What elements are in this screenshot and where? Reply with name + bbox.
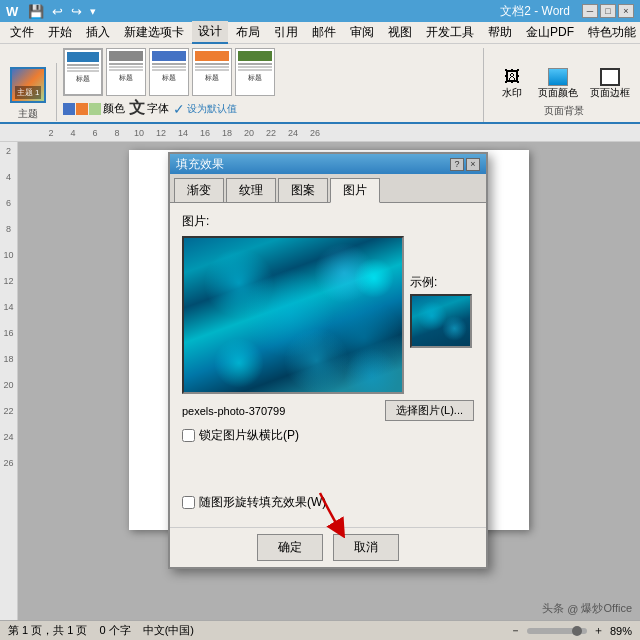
ok-btn[interactable]: 确定	[257, 534, 323, 561]
format-item-5[interactable]: 标题	[235, 48, 275, 96]
theme-preview: 主题 1	[10, 67, 46, 103]
cancel-btn[interactable]: 取消	[333, 534, 399, 561]
fmt-label-4: 标题	[195, 73, 229, 83]
dialog-close-btn[interactable]: ×	[466, 158, 480, 171]
fmt-header-2	[109, 51, 143, 61]
page-info: 第 1 页，共 1 页	[8, 623, 87, 638]
page-border-icon	[600, 68, 620, 86]
menu-dev[interactable]: 开发工具	[420, 22, 480, 43]
menu-bar: 文件 开始 插入 新建选项卡 设计 布局 引用 邮件 审阅 视图 开发工具 帮助…	[0, 22, 640, 44]
menu-references[interactable]: 引用	[268, 22, 304, 43]
dialog-help-btn[interactable]: ?	[450, 158, 464, 171]
page-color-btn[interactable]: 页面颜色	[534, 66, 582, 102]
vruler-num: 16	[3, 328, 13, 338]
quick-access-toolbar: W 💾 ↩ ↪ ▾ 文档2 - Word ─ □ ×	[0, 0, 640, 22]
ruler-content: 2 4 6 8 10 12 14 16 18 20 22 24 26	[40, 124, 640, 141]
fmt-line-8	[152, 66, 186, 68]
vruler-num: 22	[3, 406, 13, 416]
color-swatches	[63, 103, 101, 115]
dialog-title-controls: ? ×	[450, 158, 480, 171]
arrow-svg	[310, 488, 370, 538]
ribbon-design-content: 主题 1 主题 标题	[0, 44, 640, 124]
swatch-orange	[76, 103, 88, 115]
zoom-in-btn[interactable]: ＋	[593, 623, 604, 638]
vertical-ruler: 2 4 6 8 10 12 14 16 18 20 22 24 26	[0, 142, 18, 620]
zoom-slider[interactable]	[527, 628, 587, 634]
fmt-header-4	[195, 51, 229, 61]
menu-home[interactable]: 开始	[42, 22, 78, 43]
watermark-icon: 🖼	[504, 68, 520, 86]
fmt-line-12	[195, 69, 229, 71]
select-image-btn[interactable]: 选择图片(L)...	[385, 400, 474, 421]
maximize-btn[interactable]: □	[600, 4, 616, 18]
vruler-num: 6	[6, 198, 11, 208]
format-item-3[interactable]: 标题	[149, 48, 189, 96]
menu-mail[interactable]: 邮件	[306, 22, 342, 43]
qat-save[interactable]: 💾	[26, 3, 46, 20]
vruler-num: 20	[3, 380, 13, 390]
minimize-btn[interactable]: ─	[582, 4, 598, 18]
menu-help[interactable]: 帮助	[482, 22, 518, 43]
rotate-fill-checkbox[interactable]	[182, 496, 195, 509]
docformat-items: 标题 标题 标题	[63, 48, 477, 96]
swatch-blue	[63, 103, 75, 115]
fmt-label-2: 标题	[109, 73, 143, 83]
dialog-tab-gradient[interactable]: 渐变	[174, 178, 224, 202]
fmt-line-4	[109, 63, 143, 65]
horizontal-ruler: 2 4 6 8 10 12 14 16 18 20 22 24 26	[0, 124, 640, 142]
menu-file[interactable]: 文件	[4, 22, 40, 43]
color-picker-btn[interactable]: 颜色	[63, 101, 125, 116]
watermark-platform: 头条	[542, 601, 564, 616]
fmt-line-1	[67, 64, 99, 66]
image-label: 图片:	[182, 213, 474, 230]
page-border-label: 页面边框	[590, 86, 630, 100]
ribbon-background-label: 页面背景	[544, 104, 584, 118]
ruler-num: 22	[260, 128, 282, 138]
menu-kspdf[interactable]: 金山PDF	[520, 22, 580, 43]
lock-ratio-checkbox[interactable]	[182, 429, 195, 442]
ruler-num: 10	[128, 128, 150, 138]
watermark-area: 头条 @ 爆炒Office	[542, 601, 632, 616]
swatch-green	[89, 103, 101, 115]
format-item-4[interactable]: 标题	[192, 48, 232, 96]
menu-features[interactable]: 特色功能	[582, 22, 640, 43]
word-count: 0 个字	[99, 623, 130, 638]
dialog-tab-picture[interactable]: 图片	[330, 178, 380, 203]
watermark-at: @	[567, 603, 578, 615]
menu-design[interactable]: 设计	[192, 21, 228, 44]
menu-layout[interactable]: 布局	[230, 22, 266, 43]
qat-redo[interactable]: ↪	[69, 3, 84, 20]
zoom-out-btn[interactable]: －	[510, 623, 521, 638]
check-icon: ✓	[173, 101, 185, 117]
close-btn[interactable]: ×	[618, 4, 634, 18]
page-border-btn[interactable]: 页面边框	[586, 66, 634, 102]
format-item-2[interactable]: 标题	[106, 48, 146, 96]
font-picker-btn[interactable]: 文 字体	[129, 98, 169, 119]
menu-view[interactable]: 视图	[382, 22, 418, 43]
background-btns: 🖼 水印 页面颜色 页面边框	[494, 66, 634, 102]
fmt-line-9	[152, 69, 186, 71]
dialog-tab-texture[interactable]: 纹理	[226, 178, 276, 202]
qat-undo[interactable]: ↩	[50, 3, 65, 20]
menu-newtab[interactable]: 新建选项卡	[118, 22, 190, 43]
ruler-num: 2	[40, 128, 62, 138]
watermark-btn[interactable]: 🖼 水印	[494, 66, 530, 102]
preview-box	[410, 294, 472, 348]
menu-review[interactable]: 审阅	[344, 22, 380, 43]
fill-effects-dialog: 填充效果 ? × 渐变 纹理 图案 图片 图片:	[168, 152, 488, 569]
window-title: 文档2 - Word	[500, 3, 570, 20]
menu-insert[interactable]: 插入	[80, 22, 116, 43]
set-default-btn[interactable]: 设为默认值	[187, 102, 237, 116]
theme-main-btn[interactable]: 主题 1	[6, 63, 50, 107]
bokeh-7	[354, 258, 394, 298]
theme-label: 主题 1	[15, 86, 42, 99]
doc-area: 2 4 6 8 10 12 14 16 18 20 22 24 26 填充效果 …	[0, 142, 640, 620]
bokeh-5	[214, 338, 264, 388]
format-item-1[interactable]: 标题	[63, 48, 103, 96]
doc-canvas: 填充效果 ? × 渐变 纹理 图案 图片 图片:	[18, 142, 640, 620]
ruler-num: 18	[216, 128, 238, 138]
docformat-controls: 颜色 文 字体 ✓ 设为默认值	[63, 98, 477, 119]
qat-print[interactable]: ▾	[88, 4, 98, 19]
preview-bg	[412, 296, 470, 346]
dialog-tab-pattern[interactable]: 图案	[278, 178, 328, 202]
